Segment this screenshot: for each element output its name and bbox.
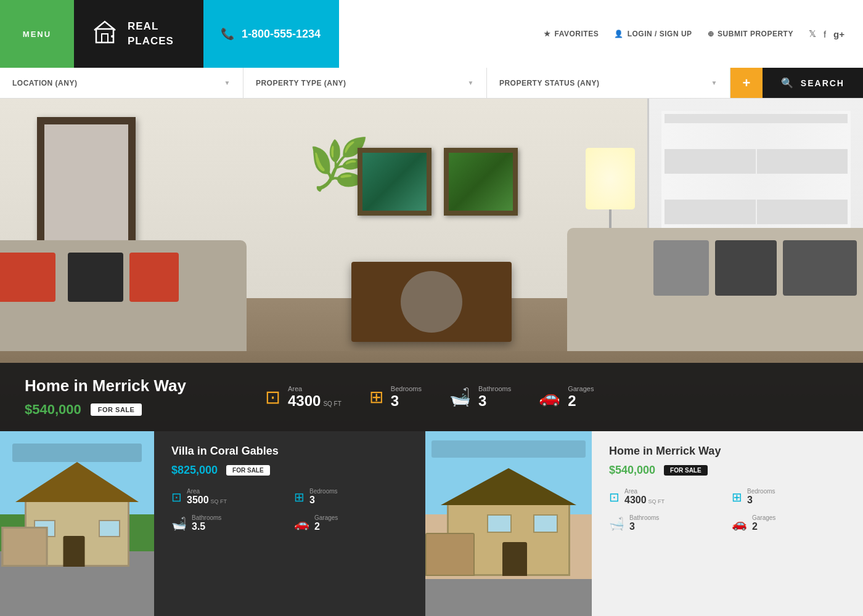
- garage-icon: 🚗: [732, 516, 747, 531]
- card1-badge: FOR SALE: [226, 465, 270, 476]
- property-type-dropdown[interactable]: PROPERTY TYPE (ANY) ▼: [243, 68, 487, 98]
- card2-details: Home in Merrick Way $540,000 FOR SALE ⊡ …: [592, 431, 863, 616]
- area-icon: ⊡: [171, 490, 182, 505]
- card2-price: $540,000: [609, 464, 655, 477]
- area-icon: ⊡: [265, 386, 280, 408]
- card2-stat-bedrooms: ⊞ Bedrooms 3: [732, 488, 846, 506]
- twitter-icon[interactable]: 𝕏: [809, 28, 816, 39]
- hero-title-area: Home in Merrick Way $540,000 FOR SALE: [25, 376, 222, 418]
- area-icon: ⊡: [609, 490, 620, 505]
- card1-stat-area: ⊡ Area 3500 SQ FT: [171, 488, 285, 506]
- google-plus-icon[interactable]: g+: [833, 29, 845, 39]
- facebook-icon[interactable]: f: [824, 29, 826, 39]
- search-icon: 🔍: [781, 77, 793, 89]
- bed-icon: ⊞: [294, 490, 305, 505]
- hero-section: 🌿: [0, 99, 863, 431]
- phone-number[interactable]: 1-800-555-1234: [242, 28, 321, 41]
- card2-badge: FOR SALE: [664, 465, 708, 476]
- for-sale-badge: FOR SALE: [91, 403, 142, 416]
- card1-stat-garages: 🚗 Garages 2: [294, 514, 408, 532]
- star-icon: ★: [544, 30, 551, 38]
- hero-stat-area: ⊡ Area 4300 SQ FT: [265, 385, 342, 410]
- menu-button[interactable]: MENU: [0, 0, 74, 68]
- card2-stat-garages: 🚗 Garages 2: [732, 514, 846, 532]
- hero-price: $540,000: [25, 402, 81, 418]
- plus-icon: +: [742, 75, 750, 91]
- chevron-down-icon: ▼: [224, 79, 231, 86]
- bathrooms-value: 3: [478, 392, 486, 409]
- card2-image[interactable]: [425, 431, 592, 616]
- garage-icon: 🚗: [539, 387, 560, 407]
- card2-stat-area: ⊡ Area 4300 SQ FT: [609, 488, 723, 506]
- svg-rect-0: [96, 29, 113, 43]
- svg-point-3: [111, 35, 113, 38]
- chevron-down-icon: ▼: [711, 79, 717, 86]
- garages-value: 2: [568, 392, 576, 409]
- area-value: 4300: [288, 392, 321, 410]
- login-icon: 👤: [614, 30, 624, 38]
- phone-icon: 📞: [221, 27, 234, 41]
- svg-rect-2: [96, 29, 113, 43]
- bed-icon: ⊞: [369, 387, 383, 407]
- card2-title: Home in Merrick Way: [609, 445, 846, 458]
- card1-title: Villa in Coral Gables: [171, 445, 408, 458]
- submit-property-link[interactable]: ⊕ SUBMIT PROPERTY: [708, 30, 793, 38]
- chevron-down-icon: ▼: [468, 79, 474, 86]
- favorites-link[interactable]: ★ FAVORITES: [544, 30, 599, 38]
- location-dropdown[interactable]: LOCATION (ANY) ▼: [0, 68, 243, 98]
- card1-stat-bathrooms: 🛁 Bathrooms 3.5: [171, 514, 285, 532]
- bath-icon: 🛁: [609, 516, 624, 531]
- card1-price: $825,000: [171, 464, 218, 477]
- phone-area: 📞 1-800-555-1234: [203, 0, 339, 68]
- login-link[interactable]: 👤 LOGIN / SIGN UP: [614, 30, 692, 38]
- bedrooms-value: 3: [391, 392, 399, 409]
- hero-property-title: Home in Merrick Way: [25, 376, 222, 395]
- svg-rect-1: [102, 34, 108, 43]
- bath-icon: 🛁: [171, 516, 187, 531]
- add-filter-button[interactable]: +: [730, 68, 763, 98]
- listing-cards-row: Villa in Coral Gables $825,000 FOR SALE …: [0, 431, 863, 616]
- bathrooms-label: Bathrooms: [478, 385, 511, 392]
- bath-icon: 🛁: [449, 387, 471, 407]
- search-bar: LOCATION (ANY) ▼ PROPERTY TYPE (ANY) ▼ P…: [0, 68, 863, 99]
- hero-stat-garages: 🚗 Garages 2: [539, 385, 594, 410]
- search-button[interactable]: 🔍 SEARCH: [763, 68, 863, 98]
- hero-stats: ⊡ Area 4300 SQ FT ⊞ Bedrooms 3: [265, 385, 594, 410]
- plus-circle-icon: ⊕: [708, 30, 714, 38]
- property-status-dropdown[interactable]: PROPERTY STATUS (ANY) ▼: [487, 68, 730, 98]
- garages-label: Garages: [568, 385, 594, 392]
- bed-icon: ⊞: [732, 490, 742, 505]
- hero-stat-bedrooms: ⊞ Bedrooms 3: [369, 385, 422, 410]
- logo-icon: [89, 17, 120, 52]
- nav-right: ★ FAVORITES 👤 LOGIN / SIGN UP ⊕ SUBMIT P…: [339, 0, 863, 68]
- area-unit: SQ FT: [323, 400, 341, 407]
- hero-info-overlay: Home in Merrick Way $540,000 FOR SALE ⊡ …: [0, 363, 863, 431]
- card1-image[interactable]: [0, 431, 154, 616]
- logo-area: REAL PLACES: [74, 0, 203, 68]
- hero-stat-bathrooms: 🛁 Bathrooms 3: [449, 385, 511, 410]
- area-label: Area: [288, 385, 342, 392]
- garage-icon: 🚗: [294, 516, 309, 531]
- card1-details: Villa in Coral Gables $825,000 FOR SALE …: [154, 431, 425, 616]
- card2-stat-bathrooms: 🛁 Bathrooms 3: [609, 514, 723, 532]
- logo-text: REAL PLACES: [128, 19, 174, 49]
- card1-stat-bedrooms: ⊞ Bedrooms 3: [294, 488, 408, 506]
- bedrooms-label: Bedrooms: [391, 385, 422, 392]
